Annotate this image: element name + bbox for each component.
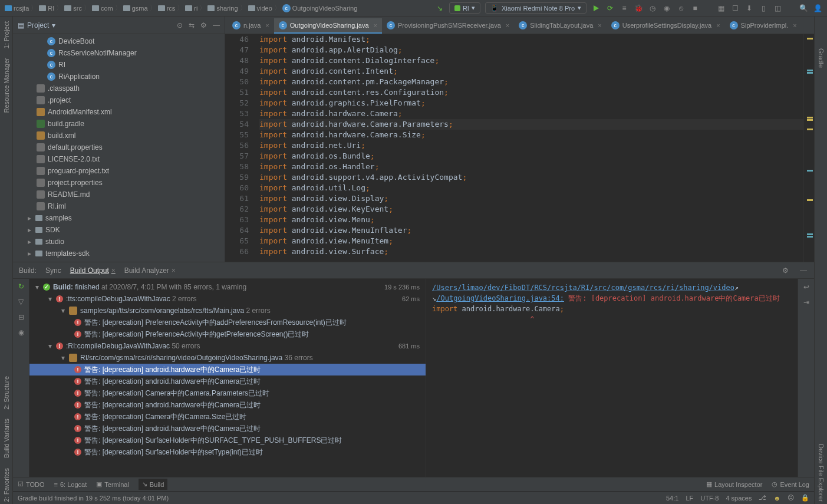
tab-build-output[interactable]: Build Output ×: [70, 266, 116, 275]
editor-tab[interactable]: cSlidingTabLayout.java×: [514, 18, 606, 34]
tree-item[interactable]: project.properties: [13, 177, 225, 189]
debug-icon[interactable]: 🐞: [634, 4, 643, 13]
tree-item[interactable]: ▸SDK: [13, 224, 225, 236]
tree-item[interactable]: AndroidManifest.xml: [13, 106, 225, 118]
detail-link-file[interactable]: /OutgoingVideoSharing.java:54:: [436, 294, 564, 302]
hide-icon[interactable]: —: [213, 21, 220, 29]
crumb[interactable]: sharing: [207, 5, 238, 12]
cursor-position[interactable]: 54:1: [666, 495, 678, 502]
encoding[interactable]: UTF-8: [700, 495, 719, 502]
crumb[interactable]: src: [64, 5, 82, 12]
git-icon[interactable]: ⎇: [759, 494, 766, 502]
hammer-icon[interactable]: ↘: [435, 4, 444, 13]
crumb[interactable]: gsma: [123, 5, 148, 12]
tree-item[interactable]: cRcsServiceNotifManager: [13, 47, 225, 59]
stop-icon[interactable]: ■: [690, 4, 700, 13]
close-icon[interactable]: ×: [793, 22, 796, 29]
tab-build-analyzer[interactable]: Build Analyzer ×: [124, 266, 176, 275]
bb-event-log[interactable]: ◷ Event Log: [772, 480, 809, 488]
build-row[interactable]: !警告: [deprecation] Camera中的Camera.Parame…: [29, 387, 426, 399]
project-tree[interactable]: cDeviceBootcRcsServiceNotifManagercRIcRi…: [13, 34, 225, 262]
build-detail[interactable]: /Users/limao/dev/FiboDT/RCS/rcsjta/RI/sr…: [426, 279, 798, 477]
line-ending[interactable]: LF: [686, 495, 693, 502]
build-row[interactable]: !警告: [deprecation] android.hardware中的Cam…: [29, 423, 426, 434]
build-row[interactable]: !警告: [deprecation] PreferenceActivity中的a…: [29, 317, 426, 328]
close-icon[interactable]: ×: [374, 22, 377, 29]
settings-icon[interactable]: ⚙: [200, 21, 207, 29]
bb-build[interactable]: ↘ Build: [139, 479, 167, 490]
build-row[interactable]: ▾✓Build: finished at 2020/8/7, 4:01 PM w…: [29, 281, 426, 293]
build-row[interactable]: !警告: [deprecation] SurfaceHolder中的SURFAC…: [29, 434, 426, 446]
coverage-icon[interactable]: ◉: [662, 4, 671, 13]
tree-item[interactable]: ▸samples: [13, 212, 225, 224]
build-row[interactable]: !警告: [deprecation] android.hardware中的Cam…: [29, 399, 426, 411]
tree-item[interactable]: proguard-project.txt: [13, 165, 225, 177]
device-manager-icon[interactable]: ▯: [759, 4, 768, 13]
tab-sync[interactable]: Sync: [45, 266, 61, 275]
device-select[interactable]: 📱 Xiaomi Redmi Note 8 Pro ▾: [485, 2, 587, 14]
stripe-resource-manager[interactable]: Resource Manager: [3, 55, 10, 116]
panel-settings-icon[interactable]: ⚙: [780, 266, 790, 275]
build-row[interactable]: ▾!:RI:compileDebugJavaWithJavac 50 error…: [29, 340, 426, 352]
avd-icon[interactable]: ☐: [730, 4, 740, 13]
tree-item[interactable]: build.gradle: [13, 118, 225, 130]
crumb[interactable]: com: [92, 5, 113, 12]
build-row[interactable]: !警告: [deprecation] PreferenceActivity中的g…: [29, 328, 426, 340]
editor-tab[interactable]: cProvisioningPushSMSReceiver.java×: [382, 18, 514, 34]
tree-item[interactable]: README.md: [13, 189, 225, 200]
tree-item[interactable]: cRiApplication: [13, 71, 225, 83]
sdk-icon[interactable]: ⬇: [744, 4, 754, 13]
run-button[interactable]: [591, 4, 601, 13]
mem-icon[interactable]: ☹: [788, 494, 794, 502]
close-icon[interactable]: ×: [598, 22, 601, 29]
indent[interactable]: 4 spaces: [726, 495, 752, 502]
project-view-select[interactable]: ▤Project▾: [18, 21, 177, 29]
stripe-structure[interactable]: 2: Structure: [3, 374, 10, 412]
crumb[interactable]: RI: [39, 5, 54, 12]
build-tree[interactable]: ▾✓Build: finished at 2020/8/7, 4:01 PM w…: [29, 279, 426, 477]
crumb[interactable]: ri: [185, 5, 197, 12]
user-icon[interactable]: 👤: [813, 4, 822, 13]
run-config-select[interactable]: RI ▾: [449, 2, 480, 14]
build-row[interactable]: ▾RI/src/com/gsma/rcs/ri/sharing/video/Ou…: [29, 352, 426, 364]
instant-run-icon[interactable]: ≡: [620, 4, 629, 13]
tree-item[interactable]: RI.iml: [13, 200, 225, 212]
sync-icon[interactable]: ▦: [716, 4, 726, 13]
tree-item[interactable]: ▸templates-sdk: [13, 248, 225, 259]
scroll-icon[interactable]: ⇥: [802, 298, 811, 307]
crumb[interactable]: cOutgoingVideoSharing: [282, 4, 358, 12]
stripe-device-explorer[interactable]: Device File Explorer: [818, 442, 825, 504]
build-row[interactable]: !警告: [deprecation] SurfaceHolder中的setTyp…: [29, 446, 426, 458]
editor-tab[interactable]: cOutgoingVideoSharing.java×: [274, 18, 382, 34]
view-icon[interactable]: ◉: [17, 328, 26, 337]
build-row[interactable]: !警告: [deprecation] Camera中的Camera.Size已过…: [29, 411, 426, 423]
profiler-icon[interactable]: ◷: [648, 4, 657, 13]
rerun-icon[interactable]: ↻: [17, 282, 26, 291]
bb-terminal[interactable]: ▣ Terminal: [96, 480, 129, 488]
tree-item[interactable]: build.xml: [13, 130, 225, 141]
build-row[interactable]: !警告: [deprecation] android.hardware中的Cam…: [29, 364, 426, 375]
stripe-build-variants[interactable]: Build Variants: [3, 416, 10, 460]
editor-stripe[interactable]: [803, 34, 814, 262]
apply-changes-icon[interactable]: ⟳: [605, 4, 615, 13]
build-row[interactable]: ▾!:tts:compileDebugJavaWithJavac 2 error…: [29, 293, 426, 305]
resource-icon[interactable]: ◫: [773, 4, 782, 13]
expand-icon[interactable]: ⊟: [17, 312, 26, 322]
attach-icon[interactable]: ⎋: [676, 4, 686, 13]
tree-item[interactable]: default.properties: [13, 141, 225, 153]
filter-icon[interactable]: ▽: [17, 297, 26, 307]
detail-link-folder[interactable]: /Users/limao/dev/FiboDT/RCS/rcsjta/RI/sr…: [432, 284, 734, 292]
stripe-favorites[interactable]: 2: Favorites: [3, 466, 10, 504]
editor-tab[interactable]: cSipProviderImpl.×: [725, 18, 802, 34]
inspection-icon[interactable]: ☻: [773, 495, 780, 502]
stripe-gradle[interactable]: Gradle: [818, 46, 825, 70]
crumb[interactable]: rcs: [158, 5, 176, 12]
crumb[interactable]: rcsjta: [5, 5, 29, 12]
editor-tab[interactable]: cn.java×: [228, 18, 274, 34]
build-row[interactable]: !警告: [deprecation] android.hardware中的Cam…: [29, 375, 426, 387]
editor-tab[interactable]: cUserprofileSettingsDisplay.java×: [607, 18, 725, 34]
close-icon[interactable]: ×: [265, 22, 269, 29]
bb-layout-inspector[interactable]: ▦ Layout Inspector: [706, 480, 762, 488]
build-row[interactable]: ▾samples/api/tts/src/com/orangelabs/rcs/…: [29, 305, 426, 317]
code-editor[interactable]: 4647484950515253545556575859606162636465…: [225, 34, 814, 262]
